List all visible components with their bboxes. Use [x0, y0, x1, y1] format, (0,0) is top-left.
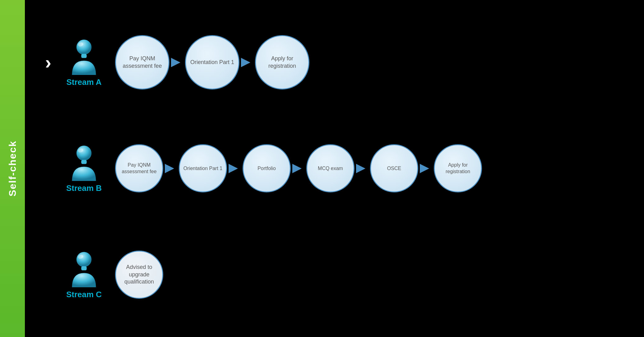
- step: Orientation Part 1: [185, 35, 239, 90]
- svg-rect-6: [81, 160, 86, 164]
- stream-c-pipeline: Advised to upgrade qualification: [115, 251, 632, 299]
- main-container: Self-check ›: [0, 0, 644, 337]
- step: Apply for registration: [255, 35, 309, 90]
- svg-point-5: [76, 146, 91, 161]
- circle-pay-iqnm-a: Pay IQNM assessment fee: [115, 35, 169, 90]
- stream-b-avatar-icon: [67, 144, 101, 181]
- arrow-icon: [239, 55, 255, 70]
- circle-orientation-b: Orientation Part 1: [179, 144, 227, 192]
- stream-c-row: Stream C Advised to upgrade qualificatio…: [37, 222, 632, 328]
- chevron-container: ›: [37, 53, 59, 72]
- arrow-icon: [163, 161, 179, 176]
- circle-apply-reg-a: Apply for registration: [255, 35, 309, 90]
- circle-apply-reg-b: Apply for registration: [434, 144, 482, 192]
- svg-point-0: [76, 40, 91, 55]
- stream-b-pipeline: Pay IQNM assessment fee Orientation Part…: [115, 144, 632, 192]
- svg-rect-1: [81, 54, 86, 58]
- stream-a-label: Stream A: [66, 77, 101, 87]
- chevron-right-icon: ›: [45, 53, 51, 72]
- step: Advised to upgrade qualification: [115, 251, 163, 299]
- svg-point-13: [76, 252, 91, 267]
- arrow-icon: [418, 161, 434, 176]
- sidebar: Self-check: [0, 0, 25, 337]
- step: Pay IQNM assessment fee: [115, 144, 163, 192]
- content-area: ›: [25, 0, 644, 337]
- circle-mcq-b: MCQ exam: [306, 144, 354, 192]
- circle-orientation-a: Orientation Part 1: [185, 35, 239, 90]
- stream-a-avatar-container: Stream A: [59, 38, 109, 87]
- svg-marker-8: [165, 164, 174, 173]
- circle-portfolio-b: Portfolio: [243, 144, 291, 192]
- circle-text: Pay IQNM assessment fee: [119, 162, 159, 175]
- circle-pay-iqnm-b: Pay IQNM assessment fee: [115, 144, 163, 192]
- stream-c-avatar-icon: [67, 250, 101, 287]
- svg-rect-14: [81, 266, 86, 270]
- circle-text: MCQ exam: [318, 165, 343, 172]
- arrow-icon: [169, 55, 185, 70]
- svg-marker-12: [420, 164, 429, 173]
- svg-marker-11: [356, 164, 365, 173]
- circle-text: Apply for registration: [259, 55, 305, 70]
- stream-c-avatar-container: Stream C: [59, 250, 109, 299]
- step: OSCE: [370, 144, 418, 192]
- stream-a-row: ›: [37, 9, 632, 115]
- step: Portfolio: [243, 144, 291, 192]
- circle-text: Orientation Part 1: [190, 59, 234, 66]
- sidebar-label: Self-check: [7, 141, 18, 196]
- circle-text: Apply for registration: [438, 162, 478, 175]
- circle-text: Portfolio: [257, 165, 276, 172]
- arrow-icon: [291, 161, 306, 176]
- svg-marker-4: [241, 58, 250, 67]
- svg-marker-3: [171, 58, 180, 67]
- stream-a-avatar-icon: [67, 38, 101, 75]
- circle-text: OSCE: [387, 165, 401, 172]
- circle-upgrade-c: Advised to upgrade qualification: [115, 251, 163, 299]
- step: MCQ exam: [306, 144, 354, 192]
- circle-text: Orientation Part 1: [183, 165, 222, 172]
- step: Orientation Part 1: [179, 144, 227, 192]
- circle-text: Pay IQNM assessment fee: [119, 55, 165, 70]
- svg-marker-10: [292, 164, 302, 173]
- stream-a-pipeline: Pay IQNM assessment fee Orientation Part…: [115, 35, 632, 90]
- svg-marker-9: [229, 164, 238, 173]
- arrow-icon: [354, 161, 370, 176]
- stream-b-row: Stream B Pay IQNM assessment fee Orienta…: [37, 115, 632, 221]
- step: Apply for registration: [434, 144, 482, 192]
- arrow-icon: [227, 161, 243, 176]
- step: Pay IQNM assessment fee: [115, 35, 169, 90]
- stream-c-label: Stream C: [66, 290, 102, 299]
- circle-text: Advised to upgrade qualification: [119, 264, 159, 285]
- circle-osce-b: OSCE: [370, 144, 418, 192]
- stream-b-avatar-container: Stream B: [59, 144, 109, 193]
- stream-b-label: Stream B: [66, 183, 102, 193]
